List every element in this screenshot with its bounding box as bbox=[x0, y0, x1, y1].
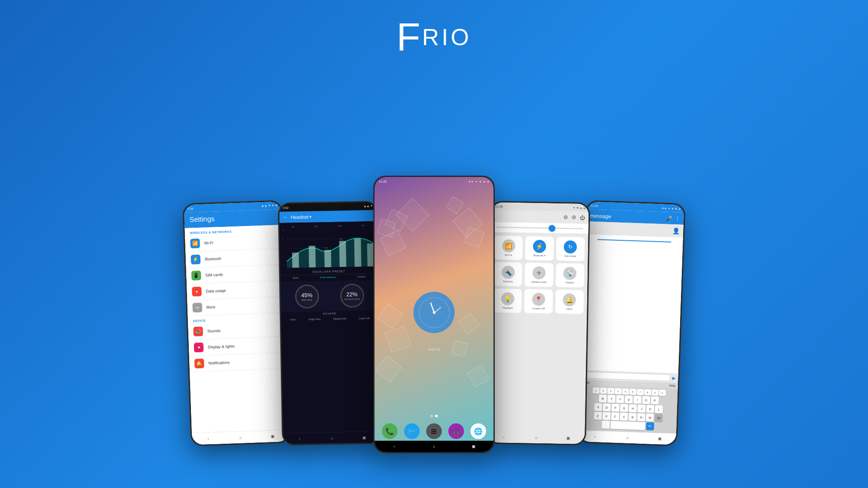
key-t-num[interactable]: 5 bbox=[622, 388, 629, 395]
qs-tile-wifi[interactable]: 📶 Wi-Fi ▾ bbox=[494, 236, 523, 260]
reverb-large[interactable]: Large room bbox=[308, 318, 320, 320]
reverb-options: room Large room Medium hall Large hall bbox=[281, 315, 378, 323]
phone-app[interactable]: 📞 bbox=[382, 423, 398, 439]
key-l[interactable]: L bbox=[655, 405, 663, 413]
dropdown-icon: ▾ bbox=[309, 215, 312, 219]
home-nav-2[interactable]: ⌂ bbox=[329, 435, 335, 441]
recents-nav[interactable]: ▣ bbox=[270, 433, 276, 439]
key-b[interactable]: B bbox=[628, 413, 637, 421]
back-arrow-icon[interactable]: ← bbox=[283, 214, 288, 220]
key-j[interactable]: J bbox=[638, 405, 646, 413]
reverb-section: REVERB room Large room Medium hall Large… bbox=[281, 311, 378, 324]
msg-mic-icon[interactable]: 🎤 bbox=[666, 216, 672, 222]
msg-menu-icon[interactable]: ⋮ bbox=[675, 216, 680, 222]
key-r[interactable]: R bbox=[599, 394, 607, 403]
suggest-help[interactable]: Help bbox=[669, 384, 676, 387]
msg-screen: 11:29 ▲▲✦★⊕⊗ message 🎤 ⋮ 👤 bbox=[579, 201, 684, 445]
home-nav-home[interactable]: ⌂ bbox=[431, 443, 437, 449]
bass-circle: 45% Bass boost bbox=[295, 284, 319, 308]
key-f[interactable]: F bbox=[612, 404, 620, 412]
key-dollar[interactable]: $ bbox=[594, 403, 602, 411]
key-i[interactable]: I bbox=[634, 396, 642, 404]
settings-item-notif[interactable]: 🔔 Notifications bbox=[189, 353, 287, 372]
msg-send-icon[interactable]: ▶ bbox=[672, 376, 675, 380]
bt-tile-label: Bluetooth ▾ bbox=[533, 254, 546, 257]
brightness-track[interactable] bbox=[496, 226, 583, 229]
qs-tile-flashlight[interactable]: 💡 Flashlight bbox=[493, 288, 522, 313]
key-y-num[interactable]: 6 bbox=[629, 389, 636, 395]
key-k[interactable]: K bbox=[646, 405, 654, 413]
key-x[interactable]: X bbox=[602, 412, 611, 420]
qs-tile-airplane[interactable]: ✈ Airplane mode bbox=[525, 262, 553, 287]
location-tile-label: Location Off bbox=[532, 307, 545, 310]
back-nav[interactable]: ‹ bbox=[205, 436, 211, 442]
key-m[interactable]: M bbox=[646, 413, 654, 422]
key-q-num[interactable]: 1 bbox=[592, 387, 599, 394]
preset-small[interactable]: Small speakers bbox=[320, 276, 336, 279]
qs-tile-flash[interactable]: 🔦 Flashone bbox=[493, 262, 522, 286]
key-z[interactable]: Z bbox=[594, 412, 602, 420]
key-t[interactable]: T bbox=[608, 395, 616, 403]
key-backspace[interactable]: ⌫ bbox=[654, 414, 663, 422]
qs-settings-icon[interactable]: ⚙ bbox=[563, 214, 568, 220]
chrome-app[interactable]: 🌐 bbox=[470, 423, 486, 439]
home-wallpaper: 11:26 ▲▲✦★⊕⊗ bbox=[375, 177, 493, 452]
eq-preset-section: EQUALIZER PRESET Sonic Small speakers Cu… bbox=[280, 266, 378, 282]
key-dot[interactable]: . bbox=[602, 421, 610, 429]
key-w-num[interactable]: 2 bbox=[600, 388, 607, 394]
qs-gear-icon[interactable]: ⚙ bbox=[572, 214, 576, 220]
key-v[interactable]: V bbox=[620, 413, 628, 421]
flashlight-tile-label: Flashlight bbox=[502, 307, 513, 309]
reverb-room[interactable]: room bbox=[290, 318, 296, 321]
recents-nav-qs[interactable]: ▣ bbox=[566, 435, 572, 441]
contact-icon[interactable]: 👤 bbox=[672, 227, 680, 235]
recents-nav-msg[interactable]: ▣ bbox=[657, 436, 663, 442]
qs-tile-bluetooth[interactable]: ⚡ Bluetooth ▾ bbox=[525, 236, 554, 260]
qs-tile-autorotate[interactable]: ↻ Auto-rotate bbox=[556, 237, 585, 261]
key-u-num[interactable]: 7 bbox=[637, 389, 644, 396]
grid-app[interactable]: ⊞ bbox=[426, 423, 442, 439]
keyboard: 1 2 3 4 5 6 7 8 9 0 R T Y U I O bbox=[579, 385, 677, 434]
back-nav-home[interactable]: ‹ bbox=[391, 443, 398, 449]
qs-screen: 11:29 ✦★⊕⊗ ⚙ ⚙ ⏻ 📶 bbox=[487, 202, 589, 444]
key-n[interactable]: N bbox=[637, 413, 645, 422]
back-nav-msg[interactable]: ‹ bbox=[592, 433, 598, 439]
key-g[interactable]: G bbox=[620, 404, 628, 412]
home-nav[interactable]: ⌂ bbox=[237, 434, 243, 440]
key-r-num[interactable]: 4 bbox=[615, 388, 621, 395]
twitter-app[interactable]: 🐦 bbox=[404, 423, 420, 439]
reverb-medium[interactable]: Medium hall bbox=[333, 317, 346, 320]
clock-circle bbox=[414, 292, 455, 333]
back-nav-2[interactable]: ‹ bbox=[296, 436, 302, 442]
key-p[interactable]: P bbox=[651, 396, 659, 405]
key-c[interactable]: C bbox=[611, 413, 619, 421]
key-enter[interactable]: ↵ bbox=[646, 422, 654, 430]
key-h[interactable]: H bbox=[629, 404, 637, 413]
home-page-dots bbox=[431, 415, 438, 417]
key-o-num[interactable]: 9 bbox=[651, 390, 658, 396]
bass-pct: 45% bbox=[301, 292, 312, 298]
phone-settings: 1:04 ▲▲ ✦ ✦ ⊕ Settings WIRELESS & NETWOR… bbox=[182, 200, 290, 446]
music-app[interactable]: 🎧 bbox=[448, 423, 464, 439]
preset-sonic[interactable]: Sonic bbox=[293, 276, 299, 279]
key-space[interactable] bbox=[610, 421, 645, 430]
qs-power-icon[interactable]: ⏻ bbox=[580, 215, 585, 221]
key-p-num[interactable]: 0 bbox=[659, 390, 666, 396]
key-d[interactable]: D bbox=[603, 403, 611, 412]
qs-tile-hotspot[interactable]: 📡 Hotspot bbox=[556, 263, 584, 288]
back-nav-qs[interactable]: ‹ bbox=[501, 434, 507, 440]
key-i-num[interactable]: 8 bbox=[644, 389, 651, 396]
key-u[interactable]: U bbox=[625, 396, 633, 404]
key-y[interactable]: Y bbox=[616, 395, 625, 403]
home-nav-qs[interactable]: ⌂ bbox=[533, 435, 539, 441]
qs-tile-extra[interactable]: 🔔 Silent bbox=[555, 290, 584, 314]
key-e-num[interactable]: 3 bbox=[607, 388, 614, 394]
preset-custom[interactable]: Custom bbox=[357, 275, 365, 278]
recents-nav-2[interactable]: ▣ bbox=[361, 434, 367, 440]
recents-nav-home[interactable]: ▣ bbox=[470, 443, 477, 449]
qs-tile-location[interactable]: 📍 Location Off bbox=[524, 289, 553, 313]
home-nav-msg[interactable]: ⌂ bbox=[625, 435, 631, 441]
key-o[interactable]: O bbox=[642, 396, 651, 404]
brightness-thumb[interactable] bbox=[549, 225, 556, 232]
reverb-largehall[interactable]: Large hall bbox=[359, 317, 369, 319]
